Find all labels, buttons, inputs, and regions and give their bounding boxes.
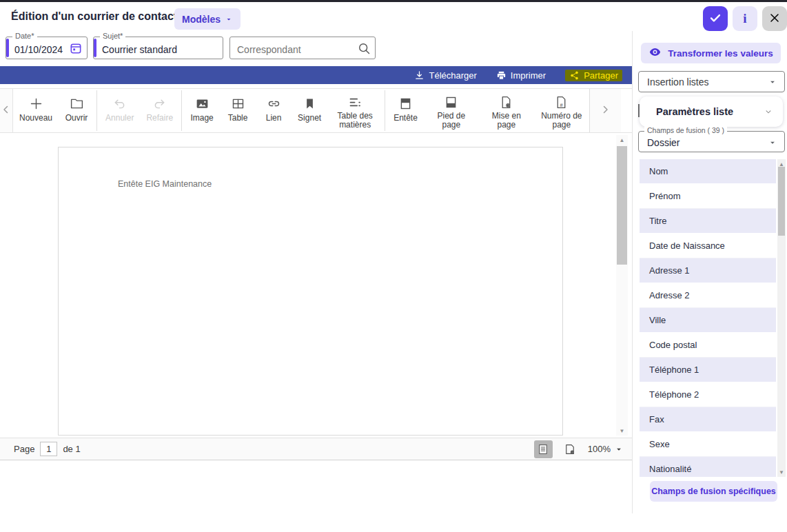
toolbar-group-divider bbox=[96, 90, 97, 131]
share-button[interactable]: Partager bbox=[565, 70, 622, 81]
toolbar-button-bookmark[interactable]: Signet bbox=[292, 89, 327, 132]
toolbar-button-page-setup[interactable]: Mise en page bbox=[479, 89, 534, 132]
merge-fields-list: NomPrénomTitreDate de NaissanceAdresse 1… bbox=[640, 159, 776, 477]
parametres-liste-label: Paramètres liste bbox=[656, 106, 733, 117]
page-count-label: de 1 bbox=[63, 444, 80, 454]
zoom-value: 100% bbox=[588, 444, 611, 454]
validate-button[interactable] bbox=[703, 6, 728, 31]
page-number-input[interactable] bbox=[40, 442, 57, 456]
toolbar-button-label: Numéro de page bbox=[540, 112, 583, 130]
bookmark-icon bbox=[303, 95, 317, 112]
toolbar-scroll-right-button[interactable] bbox=[590, 89, 621, 132]
editor-toolbar-buttons: NouveauOuvrirAnnulerRefaireImageTableLie… bbox=[13, 89, 589, 132]
zoom-dropdown[interactable]: 100% bbox=[588, 444, 624, 454]
correspondant-field[interactable] bbox=[229, 37, 376, 59]
chevron-right-icon bbox=[599, 103, 611, 119]
merge-field-item[interactable]: Téléphone 2 bbox=[640, 382, 776, 407]
merge-field-item[interactable]: Nom bbox=[640, 159, 776, 184]
eye-icon bbox=[648, 45, 662, 61]
document-header-text[interactable]: Entête EIG Maintenance bbox=[118, 179, 212, 189]
merge-field-item[interactable]: Adresse 1 bbox=[640, 258, 776, 283]
print-button[interactable]: Imprimer bbox=[496, 70, 546, 81]
sujet-field[interactable]: Sujet* bbox=[93, 37, 223, 59]
toolbar-button-footer-doc[interactable]: Pied de page bbox=[424, 89, 479, 132]
share-icon bbox=[569, 70, 580, 81]
svg-text:#: # bbox=[560, 102, 564, 108]
correspondant-input[interactable] bbox=[230, 37, 375, 59]
scrollbar-thumb[interactable] bbox=[778, 167, 785, 236]
merge-field-item[interactable]: Titre bbox=[640, 209, 776, 234]
merge-field-item[interactable]: Téléphone 1 bbox=[640, 358, 776, 382]
chevron-down-icon bbox=[764, 107, 773, 116]
transform-values-button[interactable]: Transformer les valeurs bbox=[641, 43, 781, 63]
scroll-down-arrow[interactable]: ▼ bbox=[616, 426, 628, 436]
toolbar-button-label: Mise en page bbox=[485, 112, 528, 130]
undo-icon bbox=[112, 95, 127, 112]
header-doc-icon bbox=[398, 95, 413, 112]
transform-values-label: Transformer les valeurs bbox=[668, 48, 773, 59]
date-field[interactable]: Date* bbox=[6, 37, 88, 59]
download-icon bbox=[414, 70, 425, 81]
single-page-view-button[interactable] bbox=[534, 440, 553, 458]
merge-field-item[interactable]: Adresse 2 bbox=[640, 283, 776, 308]
calendar-icon[interactable] bbox=[69, 41, 83, 55]
print-label: Imprimer bbox=[511, 70, 546, 81]
document-page[interactable]: Entête EIG Maintenance bbox=[58, 147, 563, 436]
merge-field-item[interactable]: Code postal bbox=[640, 333, 776, 358]
merge-field-item[interactable]: Date de Naissance bbox=[640, 234, 776, 258]
date-field-label: Date* bbox=[12, 32, 37, 40]
footer-doc-icon bbox=[444, 95, 458, 110]
toolbar-button-page-number[interactable]: #Numéro de page bbox=[534, 89, 589, 132]
chevron-left-icon bbox=[0, 103, 12, 119]
toolbar-button-link[interactable]: Lien bbox=[256, 89, 292, 132]
merge-field-item[interactable]: Sexe bbox=[640, 432, 776, 457]
champs-fusion-specifiques-button[interactable]: Champs de fusion spécifiques bbox=[650, 481, 777, 502]
plus-icon bbox=[29, 95, 43, 112]
toolbar-button-label: Entête bbox=[394, 114, 418, 123]
champs-fusion-label: Champs de fusion ( 39 ) bbox=[644, 126, 727, 134]
merge-field-item[interactable]: Fax bbox=[640, 407, 776, 432]
scrollbar-thumb[interactable] bbox=[617, 146, 627, 265]
top-strip bbox=[0, 0, 787, 2]
insertion-listes-select[interactable]: Insertion listes bbox=[638, 71, 785, 92]
modeles-button-label: Modèles bbox=[182, 14, 221, 25]
champs-fusion-select[interactable]: Champs de fusion ( 39 ) Dossier bbox=[638, 131, 785, 152]
page-label: Page bbox=[14, 444, 34, 454]
merge-field-item[interactable]: Ville bbox=[640, 308, 776, 333]
toolbar-button-plus[interactable]: Nouveau bbox=[13, 89, 59, 132]
parametres-liste-header[interactable]: Paramètres liste bbox=[640, 96, 783, 127]
close-button[interactable] bbox=[762, 6, 787, 31]
toolbar-button-table[interactable]: Table bbox=[220, 89, 256, 132]
modeles-button[interactable]: Modèles bbox=[174, 8, 241, 30]
toolbar-button-image[interactable]: Image bbox=[184, 89, 220, 132]
toolbar-group-divider bbox=[181, 90, 182, 131]
merge-field-item[interactable]: Prénom bbox=[640, 184, 776, 209]
redo-icon bbox=[152, 95, 167, 112]
sujet-input[interactable] bbox=[94, 37, 223, 59]
info-button[interactable]: i bbox=[733, 6, 757, 31]
toolbar-button-header-doc[interactable]: Entête bbox=[387, 89, 424, 132]
toolbar-group-divider bbox=[385, 90, 385, 131]
fit-page-button[interactable] bbox=[561, 440, 580, 458]
toc-icon bbox=[348, 95, 362, 110]
image-icon bbox=[195, 95, 209, 112]
toolbar-button-folder[interactable]: Ouvrir bbox=[59, 89, 94, 132]
sidebar-divider bbox=[632, 31, 633, 513]
toolbar-button-toc[interactable]: Table des matières bbox=[327, 89, 382, 132]
toolbar-button-label: Table des matières bbox=[334, 112, 376, 130]
insertion-listes-value: Insertion listes bbox=[647, 76, 708, 88]
merge-field-item[interactable]: Nationalité bbox=[640, 457, 776, 477]
download-button[interactable]: Télécharger bbox=[414, 70, 476, 81]
document-scrollbar[interactable]: ▲ ▼ bbox=[616, 135, 628, 436]
merge-list-scrollbar[interactable]: ▲ ▼ bbox=[777, 159, 786, 477]
scroll-down-arrow[interactable]: ▼ bbox=[777, 467, 786, 477]
caret-down-icon bbox=[768, 77, 777, 87]
search-icon[interactable] bbox=[357, 41, 371, 55]
toolbar-button-label: Image bbox=[190, 114, 213, 123]
info-icon: i bbox=[743, 11, 746, 26]
scroll-up-arrow[interactable]: ▲ bbox=[616, 135, 628, 145]
toolbar-scroll-left-button[interactable] bbox=[0, 89, 13, 132]
toolbar-button-undo: Annuler bbox=[99, 89, 140, 132]
document-viewer[interactable]: Entête EIG Maintenance ▲ ▼ bbox=[0, 134, 632, 438]
toolbar-button-label: Signet bbox=[298, 114, 321, 123]
